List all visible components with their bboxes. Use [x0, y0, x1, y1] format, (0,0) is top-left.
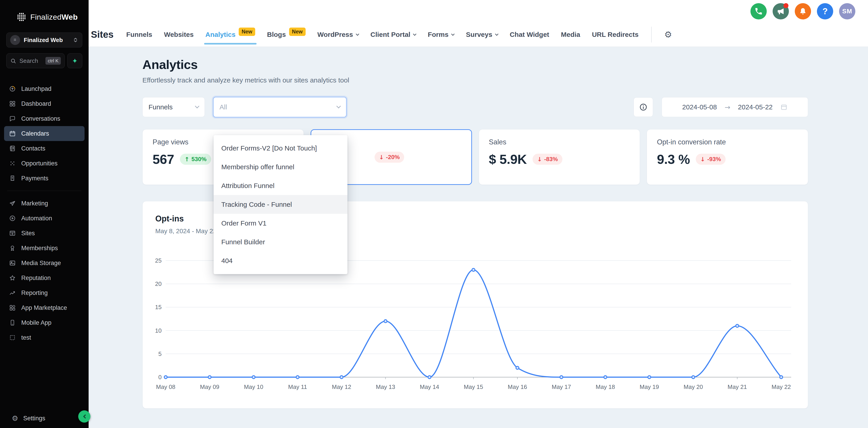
- browser-icon: [9, 230, 16, 237]
- tab-forms[interactable]: Forms: [428, 31, 454, 38]
- sidebar-item-contacts[interactable]: Contacts: [4, 141, 85, 156]
- chevron-down-icon: [355, 32, 359, 36]
- contacts-icon: [9, 145, 16, 152]
- info-button[interactable]: [633, 97, 653, 117]
- apps-grid-icon: [9, 304, 16, 311]
- svg-text:May 11: May 11: [288, 384, 307, 390]
- date-start: 2024-05-08: [682, 103, 717, 111]
- tab-client-portal[interactable]: Client Portal: [370, 31, 416, 38]
- svg-text:May 21: May 21: [727, 384, 747, 390]
- page-title: Analytics: [143, 57, 808, 72]
- dropdown-option[interactable]: 404: [214, 251, 347, 270]
- chat-bubble-icon: [9, 115, 16, 122]
- svg-text:May 19: May 19: [640, 384, 659, 390]
- type-select[interactable]: Funnels: [143, 97, 205, 117]
- sidebar-item-automation[interactable]: Automation: [4, 211, 85, 226]
- svg-text:20: 20: [155, 281, 162, 287]
- sidebar-item-launchpad[interactable]: Launchpad: [4, 81, 85, 96]
- brand-logo-icon: [16, 12, 27, 22]
- sidebar-item-app-marketplace[interactable]: App Marketplace: [4, 300, 85, 315]
- chevron-down-icon: [495, 32, 499, 36]
- announcements-button[interactable]: [773, 3, 789, 20]
- trend-down-icon: ↓: [537, 156, 542, 163]
- workspace-avatar: [10, 35, 20, 45]
- dashboard-icon: [9, 100, 16, 107]
- sidebar-item-conversations[interactable]: Conversations: [4, 111, 85, 126]
- help-button[interactable]: ?: [817, 3, 833, 20]
- tab-media[interactable]: Media: [561, 31, 580, 38]
- svg-text:May 15: May 15: [464, 384, 483, 390]
- topbar: ? SM Sites Funnels Websites AnalyticsNew…: [89, 0, 868, 47]
- filters-row: Funnels All 2024-05-08 → 2024-05-22: [143, 97, 808, 118]
- sidebar-item-calendars[interactable]: Calendars: [4, 126, 85, 141]
- sidebar-item-test[interactable]: test: [4, 330, 85, 345]
- stat-value: $ 5.9K: [489, 152, 527, 167]
- stat-card-sales[interactable]: Sales $ 5.9K ↓-83%: [479, 129, 640, 185]
- dropdown-option[interactable]: Funnel Builder: [214, 233, 347, 251]
- search-input[interactable]: Search ctrl K: [6, 53, 65, 68]
- calendar-icon: [780, 103, 787, 111]
- section-title: Sites: [91, 29, 114, 40]
- info-icon: [639, 103, 648, 111]
- sidebar-menu-secondary: Marketing Automation Sites Memberships M…: [0, 196, 89, 345]
- page-subtitle: Effortlessly track and analyze key metri…: [143, 76, 808, 84]
- funnel-select[interactable]: All: [213, 97, 347, 118]
- sidebar-item-reporting[interactable]: Reporting: [4, 286, 85, 300]
- svg-text:0: 0: [158, 374, 162, 381]
- svg-text:May 10: May 10: [244, 384, 263, 390]
- gear-icon: ⚙: [12, 414, 18, 423]
- sidebar-item-reputation[interactable]: Reputation: [4, 270, 85, 286]
- tab-wordpress[interactable]: WordPress: [317, 31, 359, 38]
- dropdown-option[interactable]: Membership offer funnel: [214, 158, 347, 176]
- sidebar-item-dashboard[interactable]: Dashboard: [4, 96, 85, 111]
- calendar-icon: [9, 130, 16, 137]
- date-range-picker[interactable]: 2024-05-08 → 2024-05-22: [662, 97, 808, 117]
- user-avatar[interactable]: SM: [839, 3, 855, 20]
- tab-funnels[interactable]: Funnels: [126, 31, 152, 38]
- sidebar-item-opportunities[interactable]: Opportunities: [4, 156, 85, 171]
- sidebar: FinalizedWeb Finalized Web Search ctrl K…: [0, 0, 89, 428]
- dropdown-option[interactable]: Attribution Funnel: [214, 176, 347, 195]
- medal-icon: [9, 245, 16, 252]
- tab-blogs[interactable]: BlogsNew: [267, 31, 306, 39]
- sidebar-item-marketing[interactable]: Marketing: [4, 196, 85, 211]
- stat-card-opt-in-conversion[interactable]: Opt-in conversion rate 9.3 % ↓-93%: [647, 129, 808, 185]
- sidebar-item-memberships[interactable]: Memberships: [4, 241, 85, 256]
- tab-chat-widget[interactable]: Chat Widget: [510, 31, 549, 38]
- sidebar-item-settings[interactable]: ⚙ Settings: [12, 414, 45, 423]
- svg-text:May 20: May 20: [684, 384, 703, 390]
- sidebar-item-sites[interactable]: Sites: [4, 226, 85, 241]
- settings-gear-icon[interactable]: ⚙: [664, 30, 672, 39]
- stat-value: 567: [153, 152, 174, 167]
- svg-text:May 12: May 12: [332, 384, 351, 390]
- bell-icon: [799, 7, 807, 15]
- sidebar-divider: [7, 191, 81, 191]
- megaphone-icon: [776, 7, 785, 15]
- automation-icon: [9, 215, 16, 222]
- funnel-select-placeholder: All: [219, 103, 337, 111]
- sparkle-icon: ✦: [72, 57, 78, 65]
- sidebar-item-media-storage[interactable]: Media Storage: [4, 256, 85, 270]
- sidebar-item-payments[interactable]: Payments: [4, 171, 85, 186]
- tab-websites[interactable]: Websites: [164, 31, 193, 38]
- svg-text:May 14: May 14: [420, 384, 439, 390]
- tab-analytics[interactable]: AnalyticsNew: [206, 31, 255, 39]
- trend-down-icon: ↓: [379, 154, 384, 161]
- tab-url-redirects[interactable]: URL Redirects: [592, 31, 639, 38]
- star-icon: [9, 274, 16, 281]
- sidebar-collapse-button[interactable]: [78, 410, 90, 423]
- dropdown-option[interactable]: Order Form V1: [214, 214, 347, 233]
- sites-nav: Sites Funnels Websites AnalyticsNew Blog…: [91, 23, 859, 46]
- sidebar-item-mobile-app[interactable]: Mobile App: [4, 315, 85, 330]
- workspace-switcher[interactable]: Finalized Web: [6, 33, 82, 47]
- ai-assistant-button[interactable]: ✦: [67, 53, 82, 68]
- notifications-button[interactable]: [795, 3, 811, 20]
- dropdown-option-highlighted[interactable]: Tracking Code - Funnel: [214, 195, 347, 214]
- dropdown-option[interactable]: Order Forms-V2 [Do Not Touch]: [214, 139, 347, 158]
- phone-icon: [754, 7, 763, 15]
- tab-surveys[interactable]: Surveys: [466, 31, 498, 38]
- workspace-name: Finalized Web: [24, 37, 69, 44]
- phone-button[interactable]: [750, 3, 767, 20]
- updown-chevron-icon: [72, 37, 79, 43]
- new-badge: New: [289, 28, 306, 36]
